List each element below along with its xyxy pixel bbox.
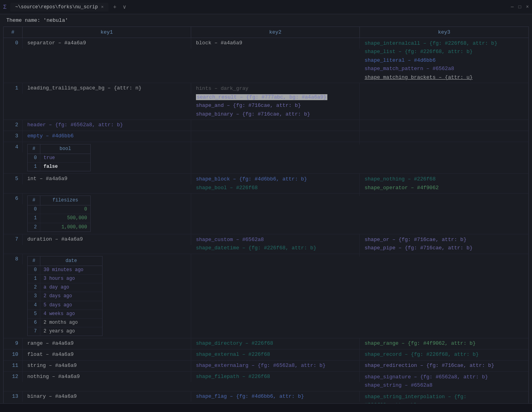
row-num: 3 xyxy=(4,131,23,142)
mini-row-num: 1 xyxy=(28,275,40,283)
data-table: # key1 key2 key3 0 separator – #a4a6a9 b… xyxy=(3,27,529,412)
col-header-key2: key2 xyxy=(191,27,360,38)
mini-row-val: 2 years ago xyxy=(40,327,102,336)
mini-col-hash: # xyxy=(28,196,40,205)
cell-k3 xyxy=(360,131,528,142)
mini-table-header: # filesizes xyxy=(28,196,90,205)
row-num: 1 xyxy=(4,83,23,94)
mini-row-num: 4 xyxy=(28,301,40,309)
table-row: 7 duration – #a4a6a9 shape_custom – #656… xyxy=(4,234,528,254)
mini-row-val: 5 days ago xyxy=(40,301,102,309)
mini-col-hash: # xyxy=(28,144,40,154)
cell-k1-filesizes: # filesizes 0 0 1 500,000 2 1,000,000 xyxy=(23,194,191,234)
cell-k2 xyxy=(191,120,360,131)
mini-row-num: 0 xyxy=(28,266,40,274)
table-row: 2 header – {fg: #6562a8, attr: b} xyxy=(4,120,528,131)
cell-k3: shape_record – {fg: #226f68, attr: b} xyxy=(360,349,528,360)
row-num: 7 xyxy=(4,234,23,245)
table-row: 3 empty – #4d6bb6 xyxy=(4,131,528,142)
mini-table-row: 0 true xyxy=(28,154,90,163)
cell-k2: shape_external – #226f68 xyxy=(191,349,360,360)
cell-k1: duration – #a4a6a9 xyxy=(23,234,191,245)
cell-k1: leading_trailing_space_bg – {attr: n} xyxy=(23,83,191,94)
maximize-button[interactable]: □ xyxy=(519,4,521,10)
mini-table-row: 7 2 years ago xyxy=(28,327,102,336)
cell-k1-date: # date 0 30 minutes ago 1 3 hours ago 2 … xyxy=(23,254,191,338)
cell-k1: nothing – #a4a6a9 xyxy=(23,372,191,382)
cell-k1: binary – #a4a6a9 xyxy=(23,391,191,402)
cell-k3: shape_internalcall – {fg: #226f68, attr:… xyxy=(360,38,528,83)
mini-col-date: date xyxy=(40,256,102,266)
mini-col-hash: # xyxy=(28,256,40,266)
mini-table-row: 3 2 days ago xyxy=(28,292,102,301)
mini-col-bool: bool xyxy=(40,144,90,154)
status-bar xyxy=(0,403,532,412)
cell-k1: empty – #4d6bb6 xyxy=(23,131,191,142)
row-num: 12 xyxy=(4,372,23,382)
row-num: 0 xyxy=(4,38,23,49)
cell-k2 xyxy=(191,131,360,142)
row-num: 2 xyxy=(4,120,23,131)
cell-k2 xyxy=(191,142,360,144)
cell-k3: shape_signature – {fg: #6562a8, attr: b}… xyxy=(360,372,528,391)
cell-k1: header – {fg: #6562a8, attr: b} xyxy=(23,120,191,131)
mini-row-val: 2 months ago xyxy=(40,319,102,327)
minimize-button[interactable]: — xyxy=(511,4,513,10)
row-num: 5 xyxy=(4,174,23,184)
cell-k2: shape_directory – #226f68 xyxy=(191,338,360,349)
cell-k3: shape_or – {fg: #716cae, attr: b} shape_… xyxy=(360,234,528,254)
close-window-button[interactable]: × xyxy=(526,4,529,10)
mini-row-num: 1 xyxy=(28,163,40,171)
mini-col-filesizes: filesizes xyxy=(40,196,90,205)
cell-k3 xyxy=(360,120,528,131)
table-row: 9 range – #a4a6a9 shape_directory – #226… xyxy=(4,338,528,349)
table-row: 8 # date 0 30 minutes ago 1 3 hours ago … xyxy=(4,254,528,339)
mini-row-num: 2 xyxy=(28,283,40,292)
cell-k1: float – #a4a6a9 xyxy=(23,349,191,360)
mini-table-row: 1 3 hours ago xyxy=(28,275,102,283)
cell-k2: shape_externalarg – {fg: #6562a8, attr: … xyxy=(191,361,360,371)
mini-table-filesizes: # filesizes 0 0 1 500,000 2 1,000,000 xyxy=(27,196,91,232)
mini-table-row: 4 5 days ago xyxy=(28,301,102,310)
cell-k2: shape_block – {fg: #4d6bb6, attr: b} sha… xyxy=(191,174,360,193)
mini-row-num: 1 xyxy=(28,214,40,222)
cell-k2 xyxy=(191,254,360,256)
mini-row-num: 0 xyxy=(28,154,40,162)
mini-row-val: 4 weeks ago xyxy=(40,310,102,318)
cell-k3 xyxy=(360,254,528,256)
mini-row-num: 3 xyxy=(28,292,40,300)
mini-table-row: 0 0 xyxy=(28,205,90,214)
table-row: 4 # bool 0 true 1 false xyxy=(4,142,528,174)
row-num: 6 xyxy=(4,194,23,204)
mini-row-val: false xyxy=(40,163,90,171)
titlebar: Σ ~\source\repos\forks\nu_scrip × + ∨ — … xyxy=(0,0,532,14)
cell-k1: int – #a4a6a9 xyxy=(23,174,191,184)
tab-close-button[interactable]: × xyxy=(101,5,104,9)
mini-row-num: 2 xyxy=(28,223,40,232)
mini-row-val: true xyxy=(40,154,90,162)
mini-table-row: 1 false xyxy=(28,163,90,171)
mini-table-date: # date 0 30 minutes ago 1 3 hours ago 2 … xyxy=(27,256,103,336)
mini-table-row: 0 30 minutes ago xyxy=(28,266,102,275)
row-num: 11 xyxy=(4,361,23,371)
cell-k3 xyxy=(360,194,528,196)
new-tab-button[interactable]: + xyxy=(112,4,118,10)
mini-table-row: 2 1,000,000 xyxy=(28,223,90,232)
col-header-key1: key1 xyxy=(23,27,191,38)
cell-k2 xyxy=(191,194,360,196)
table-row: 1 leading_trailing_space_bg – {attr: n} … xyxy=(4,83,528,120)
table-row: 10 float – #a4a6a9 shape_external – #226… xyxy=(4,349,528,361)
tab-active[interactable]: ~\source\repos\forks\nu_scrip × xyxy=(10,3,108,11)
cell-k2: shape_filepath – #226f68 xyxy=(191,372,360,382)
row-num: 13 xyxy=(4,391,23,402)
cell-k2: shape_flag – {fg: #4d6bb6, attr: b} xyxy=(191,391,360,402)
cell-k3 xyxy=(360,83,528,85)
table-row: 0 separator – #a4a6a9 block – #a4a6a9 sh… xyxy=(4,38,528,83)
cell-k1: range – #a4a6a9 xyxy=(23,338,191,349)
mini-table-row: 1 500,000 xyxy=(28,214,90,223)
mini-row-val: 30 minutes ago xyxy=(40,266,102,274)
row-num: 10 xyxy=(4,349,23,360)
tab-dropdown-button[interactable]: ∨ xyxy=(121,4,127,10)
mini-row-val: a day ago xyxy=(40,283,102,292)
cell-k2: shape_custom – #6562a8 shape_datetime – … xyxy=(191,234,360,254)
